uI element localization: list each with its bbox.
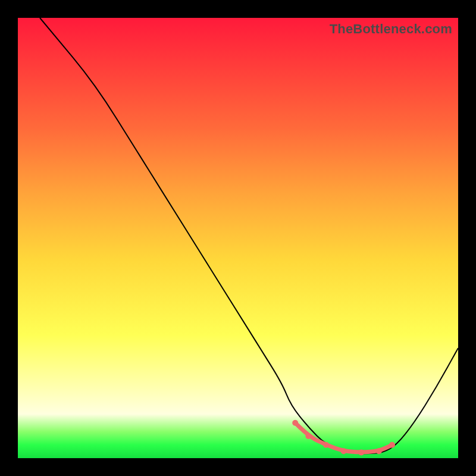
optimal-dot bbox=[341, 448, 347, 454]
curve-svg bbox=[18, 18, 458, 458]
chart-area: TheBottleneck.com bbox=[18, 18, 458, 458]
optimal-dot bbox=[305, 433, 311, 439]
optimal-dot bbox=[358, 449, 364, 455]
optimal-dot bbox=[389, 442, 395, 448]
bottleneck-curve bbox=[40, 18, 458, 453]
optimal-dot bbox=[323, 442, 329, 448]
optimal-dot bbox=[376, 448, 382, 454]
optimal-dot bbox=[292, 420, 298, 426]
